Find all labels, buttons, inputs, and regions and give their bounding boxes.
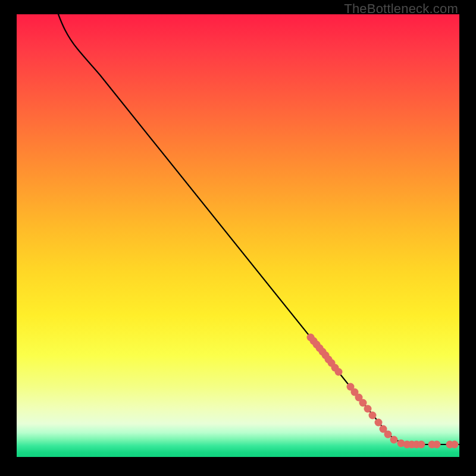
data-point-marker <box>335 368 343 376</box>
data-point-marker <box>433 441 441 449</box>
plot-area <box>17 14 459 457</box>
data-point-marker <box>375 419 383 427</box>
data-point-marker <box>390 436 398 444</box>
chart-frame: TheBottleneck.com <box>0 0 476 476</box>
data-point-marker <box>384 431 392 439</box>
data-point-marker <box>364 405 372 413</box>
curve-layer <box>17 14 459 457</box>
watermark-text: TheBottleneck.com <box>344 1 458 17</box>
marker-group <box>307 334 459 449</box>
data-point-marker <box>369 412 377 419</box>
data-point-marker <box>418 441 425 449</box>
bottleneck-curve <box>58 14 459 444</box>
data-point-marker <box>451 441 459 449</box>
